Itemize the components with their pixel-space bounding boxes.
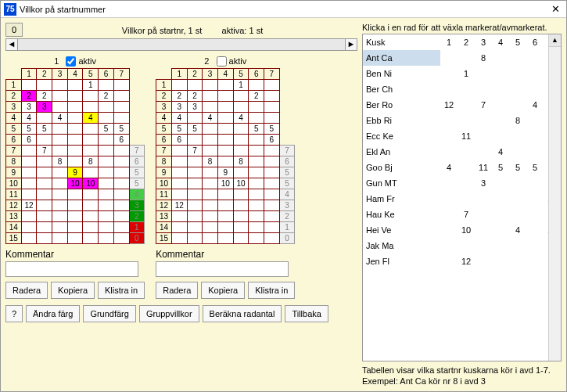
kusk-row[interactable]: Ber Ro1274 [363,97,561,113]
grid-cell[interactable] [37,233,52,244]
grid-cell[interactable] [264,211,280,222]
kusk-row[interactable]: Gun MT3 [363,175,561,191]
grid-cell[interactable] [52,189,68,200]
grid-cell[interactable] [67,113,83,124]
grid-cell[interactable] [203,222,218,233]
grid-cell[interactable] [217,91,233,102]
grid-cell[interactable] [203,80,218,91]
grid-cell[interactable] [217,156,233,167]
grid-cell[interactable]: 6 [264,135,280,146]
grid-cell[interactable] [52,233,68,244]
grid-cell[interactable] [203,189,218,200]
grid-cell[interactable] [113,91,129,102]
gruppvillkor-button[interactable]: Gruppvillkor [139,305,199,322]
grid-cell[interactable]: 8 [83,156,99,167]
tillbaka-button[interactable]: Tillbaka [285,305,328,322]
grid-cell[interactable] [67,222,83,233]
grid-cell[interactable] [171,156,187,167]
grid-cell[interactable] [21,189,37,200]
grid-cell[interactable] [264,91,280,102]
grid-cell[interactable] [264,233,280,244]
grid-cell[interactable] [217,80,233,91]
grid-cell[interactable] [249,200,264,211]
kopiera-button[interactable]: Kopiera [51,282,95,299]
grid-cell[interactable] [203,135,218,146]
grid-cell[interactable]: 2 [249,91,264,102]
grid-cell[interactable] [67,135,83,146]
grid-cell[interactable]: 7 [187,146,203,156]
kusk-scrollbar[interactable]: ▲ [548,34,561,361]
grid-cell[interactable] [113,233,129,244]
grid-cell[interactable] [264,178,280,189]
kusk-row[interactable]: Hei Ve10410 [363,222,561,238]
grid-cell[interactable] [52,167,68,178]
grid-2-aktiv-toggle[interactable]: 2 aktiv [204,56,246,67]
grid-cell[interactable] [249,113,264,124]
grid-cell[interactable] [249,189,264,200]
grid-cell[interactable] [233,167,249,178]
grid-cell[interactable] [99,222,114,233]
grid-cell[interactable] [249,102,264,113]
grid-cell[interactable] [187,189,203,200]
grid-cell[interactable] [249,156,264,167]
kusk-row[interactable]: Jen Fl122 [363,254,561,269]
grid-cell[interactable] [187,167,203,178]
help-button[interactable]: ? [5,305,23,322]
grid-cell[interactable] [83,167,99,178]
aktiv-checkbox[interactable] [217,56,227,67]
close-icon[interactable]: ✕ [547,3,563,15]
grid-cell[interactable] [21,80,37,91]
grid-cell[interactable] [264,156,280,167]
grid-cell[interactable] [37,80,52,91]
grid-cell[interactable] [67,189,83,200]
grid-cell[interactable] [113,156,129,167]
grid-cell[interactable] [217,200,233,211]
grid-cell[interactable]: 6 [113,135,129,146]
grid-cell[interactable] [233,200,249,211]
andra-farg-button[interactable]: Ändra färg [26,305,80,322]
kopiera-button[interactable]: Kopiera [201,282,245,299]
grid-cell[interactable] [249,167,264,178]
grid-cell[interactable]: 10 [67,178,83,189]
grundfarg-button[interactable]: Grundfärg [83,305,136,322]
grid-cell[interactable] [203,211,218,222]
grid-cell[interactable] [187,178,203,189]
grid-cell[interactable] [52,124,68,135]
grid-cell[interactable] [113,113,129,124]
grid-cell[interactable] [99,167,114,178]
grid-cell[interactable] [264,222,280,233]
grid-cell[interactable]: 4 [203,113,218,124]
grid-cell[interactable] [217,135,233,146]
grid-cell[interactable] [21,211,37,222]
grid-cell[interactable]: 10 [83,178,99,189]
grid-cell[interactable] [113,167,129,178]
grid-cell[interactable] [203,91,218,102]
grid-cell[interactable] [233,233,249,244]
grid-cell[interactable] [67,211,83,222]
grid-cell[interactable] [171,222,187,233]
grid-cell[interactable] [52,211,68,222]
kusk-row[interactable]: Ekl An4 [363,144,561,160]
grid-cell[interactable] [83,102,99,113]
grid-cell[interactable] [264,189,280,200]
grid-cell[interactable]: 12 [171,200,187,211]
grid-cell[interactable] [217,233,233,244]
grid-cell[interactable] [99,146,114,156]
grid-cell[interactable]: 5 [37,124,52,135]
grid-cell[interactable] [21,156,37,167]
grid-cell[interactable]: 5 [21,124,37,135]
grid-cell[interactable] [67,233,83,244]
grid-cell[interactable] [264,200,280,211]
grid-cell[interactable] [233,146,249,156]
grid-cell[interactable]: 6 [171,135,187,146]
grid-cell[interactable]: 3 [187,102,203,113]
grid-cell[interactable] [203,167,218,178]
grid-cell[interactable] [52,200,68,211]
kusk-table[interactable]: Kusk1234567Ant Ca8Ben Ni1Ber Ch3Ber Ro12… [363,34,561,269]
grid-1[interactable]: 1234567112222333444455555666777888699510… [5,68,145,244]
grid-cell[interactable] [187,80,203,91]
kusk-row[interactable]: Goo Bj4115556 [363,160,561,175]
grid-1-aktiv-toggle[interactable]: 1 aktiv [54,56,96,67]
grid-cell[interactable] [99,178,114,189]
grid-cell[interactable] [21,222,37,233]
